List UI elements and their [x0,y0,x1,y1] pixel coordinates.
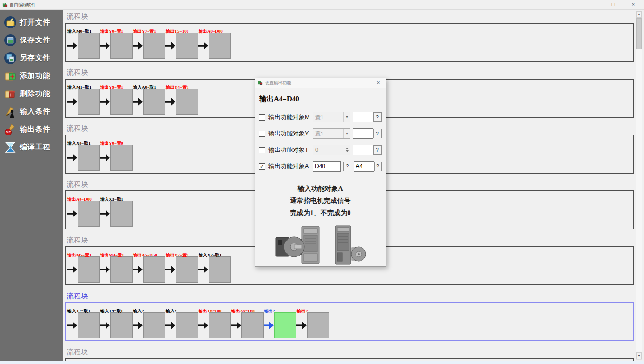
flow-unit: 输出Y7=置1 [133,32,165,60]
dropdown[interactable]: 置1▾ [313,128,350,139]
minimize-button[interactable]: – [583,0,603,9]
flow-block: 输入T7=取1输入T9=取1输入?输入?输出T6=100输出A5=D50输出?输… [65,302,634,341]
flow-step-box[interactable] [110,89,133,115]
flow-step-box[interactable] [110,256,133,283]
dialog-help-text: 输入功能对象A通常指电机完成信号完成为1、不完成为0 [255,183,386,219]
flow-unit: 输出Y0=置1 [100,32,133,60]
flow-unit-label: 输出M4=置1 [100,252,124,258]
flow-unit-label: 输入A0=取1 [133,84,156,91]
dropdown[interactable]: 置1▾ [313,112,350,122]
flow-step-box[interactable] [176,33,198,59]
sidebar-item-label: 编译工程 [20,143,51,152]
sidebar-item-2[interactable]: 保存文件 [0,31,63,49]
dialog-row: 输出功能对象Y置1▾? [259,128,382,139]
flow-step-box[interactable] [78,201,100,227]
sidebar-item-label: 删除功能 [20,89,51,98]
flow-step-box[interactable] [78,312,100,338]
window-title: 自由编程软件 [10,2,583,8]
flow-step-box[interactable] [110,312,133,338]
flow-step-box[interactable] [78,145,100,171]
text-input[interactable] [313,161,341,172]
flow-arrow-icon [100,97,110,107]
flow-step-box[interactable] [143,312,165,338]
flow-arrow-icon [165,41,176,51]
flow-step-box[interactable] [143,89,165,115]
dropdown-value: 置1 [313,114,343,121]
help-button[interactable]: ? [373,112,382,122]
flow-step-box[interactable] [209,256,231,283]
dialog-heading: 输出A4=D40 [259,94,386,104]
flow-block-header: 流程块 [67,68,634,77]
text-input[interactable] [354,161,374,172]
flow-step-box[interactable] [209,312,231,338]
text-input[interactable] [353,128,373,139]
flow-unit: 输出? [296,311,329,339]
scroll-down-icon[interactable]: ▼ [636,352,642,359]
scroll-up-icon[interactable]: ▲ [636,11,642,18]
flow-step-box[interactable] [110,145,133,171]
checkbox[interactable]: ✓ [259,163,265,170]
dialog-row-label: 输出功能对象A [268,162,313,171]
flow-step-box[interactable] [110,33,133,59]
output-function-dialog: 设置输出功能 × 输出A4=D40 输出功能对象M置1▾?输出功能对象Y置1▾?… [255,78,386,267]
flow-unit-label: 输出A0=D00 [199,28,223,35]
flow-step-box[interactable] [209,33,231,59]
vertical-scrollbar[interactable]: ▲ ▼ [636,11,642,360]
flow-step-box[interactable] [176,256,198,283]
help-button[interactable]: ? [373,145,382,155]
output-condition-icon: OUT [4,123,17,136]
flow-step-box[interactable] [78,256,100,283]
flow-step-box[interactable] [242,312,264,338]
flow-step-box[interactable] [176,89,198,115]
scrollbar-thumb[interactable] [636,18,642,49]
flow-arrow-icon [231,321,242,330]
flow-arrow-icon [133,97,143,107]
close-button[interactable]: × [623,0,644,9]
flow-arrow-icon [100,41,110,51]
flow-step-box[interactable] [143,256,165,283]
text-input[interactable] [353,145,373,155]
flow-unit: 输出M4=置1 [100,256,133,283]
flow-step-box[interactable] [307,312,329,338]
sidebar-item-7[interactable]: OUT输出条件 [0,121,63,138]
flow-unit: 输入X3=取1 [100,200,133,228]
flow-step-box[interactable] [78,89,100,115]
help-button[interactable]: ? [343,162,351,171]
flow-unit: 输出A5=D50 [231,311,264,339]
checkbox[interactable] [259,114,265,121]
flow-step-box[interactable] [274,312,296,338]
dialog-rows: 输出功能对象M置1▾?输出功能对象Y置1▾?输出功能对象T0?✓输出功能对象A?… [259,111,382,172]
flow-unit-label: 输出Y7=置1 [133,28,156,35]
flow-arrow-icon [67,209,78,218]
flow-unit-label: 输入T7=取1 [67,308,90,314]
sidebar-item-4[interactable]: 添加功能 [0,67,63,85]
sidebar-item-6[interactable]: 输入条件 [0,103,63,121]
maximize-button[interactable]: □ [603,0,623,9]
flow-step-box[interactable] [143,33,165,59]
help-button[interactable]: ? [374,162,382,171]
flow-arrow-icon [165,265,176,274]
flow-step-box[interactable] [176,312,198,338]
checkbox[interactable] [259,147,265,153]
text-input[interactable] [353,112,373,122]
flow-arrow-icon [67,321,78,330]
checkbox[interactable] [259,131,265,137]
flow-unit: 输出T5=100 [165,32,198,60]
sidebar-item-8[interactable]: 编译工程 [0,138,63,156]
flow-arrow-icon [165,321,176,330]
sidebar-item-1[interactable]: 打开文件 [0,13,63,31]
dialog-title: 设置输出功能 [265,80,374,86]
flow-unit-label: 输出Y0=置1 [100,28,123,35]
dialog-help-line: 通常指电机完成信号 [255,195,386,207]
sidebar-item-5[interactable]: 删除功能 [0,85,63,103]
flow-step-box[interactable] [110,201,133,227]
help-button[interactable]: ? [373,129,382,138]
sidebar-item-3[interactable]: 另存文件 [0,49,63,67]
flow-unit-label: 输入X2=取1 [199,252,222,258]
dialog-close-icon[interactable]: × [374,80,383,86]
flow-step-box[interactable] [78,33,100,59]
flow-unit-label: 输出Y7=置1 [166,252,189,258]
number-spinner[interactable]: 0 [313,145,350,155]
flow-arrow-icon [198,41,209,51]
window-bottom-edge [0,361,644,364]
